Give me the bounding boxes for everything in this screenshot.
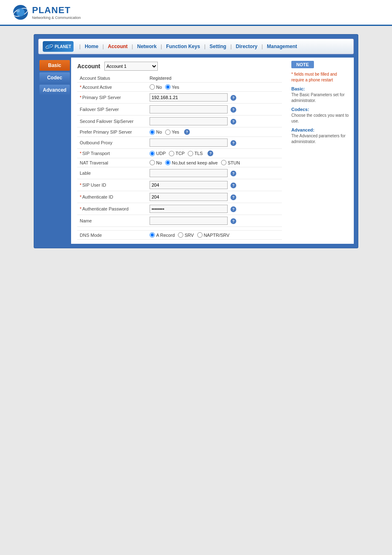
row-spacer [77,227,282,231]
radio-nat-no-keepalive[interactable] [165,160,171,165]
section-title: Account Account 1 Account 2 Account 3 Ac… [77,62,282,71]
nav-home[interactable]: Home [81,44,101,49]
row-name: Name ? [77,215,282,227]
nav-management[interactable]: Management [264,44,300,49]
label-failover-sip-server: Failover SIP Server [77,104,147,116]
svg-point-3 [16,9,20,12]
label-authenticate-password: *Authenticate Password [77,203,147,215]
help-authenticate-password[interactable]: ? [231,206,236,212]
radio-tcp[interactable] [169,151,174,156]
nav-setting[interactable]: Setting [206,44,230,49]
sidebar-item-codec[interactable]: Codec [39,72,70,83]
value-failover-sip-server: ? [147,104,282,116]
note-section-codecs: Codecs: Choose the codecs you want to us… [291,107,350,124]
input-sip-user-id[interactable] [150,181,228,189]
sidebar-item-basic[interactable]: Basic [39,60,70,71]
label-prefer-primary-sip-server: Prefer Primary SIP Server [77,127,147,137]
nav-planet-icon [45,42,53,51]
note-basic-text: The Basic Parameters set for administrat… [291,92,350,104]
value-outbound-proxy: ? [147,137,282,149]
value-sip-user-id: ? [147,179,282,191]
top-logo: PLANET Networking & Communication [12,4,380,21]
note-codecs-text: Choose the codecs you want to use. [291,113,350,124]
label-dns-mode: DNS Mode [77,231,147,240]
radio-tls[interactable] [188,151,193,156]
input-authenticate-id[interactable] [150,193,228,201]
label-nat-traversal: NAT Traversal [77,158,147,167]
svg-point-6 [47,44,51,49]
form-table: Account Status Registered *Account Activ… [77,74,282,240]
radio-yes[interactable] [165,84,171,90]
nav-network[interactable]: Network [134,44,160,49]
label-lable: Lable [77,167,147,179]
help-prefer-primary[interactable]: ? [184,129,190,135]
row-dns-mode: DNS Mode A Record SRV NAPTR/SRV [77,231,282,240]
content-area: Basic Codec Advanced Account Account 1 A… [38,58,354,244]
radio-account-active: No Yes [150,84,279,90]
radio-prefer-no[interactable] [150,130,155,135]
value-prefer-primary-sip-server: No Yes ? [147,127,282,137]
note-required-text: * fields must be filled and require a ph… [291,72,350,83]
value-name: ? [147,215,282,227]
row-prefer-primary-sip-server: Prefer Primary SIP Server No Yes ? [77,127,282,137]
note-basic-title: Basic: [291,86,350,91]
radio-prefer-primary: No Yes ? [150,129,279,135]
planet-logo-icon [12,4,29,21]
help-sip-user-id[interactable]: ? [231,183,236,188]
sidebar-item-advanced[interactable]: Advanced [39,85,70,95]
nav-brand: PLANET [55,44,71,49]
input-name[interactable] [150,217,228,225]
help-name[interactable]: ? [231,218,236,224]
input-lable[interactable] [150,169,228,177]
help-primary-sip-server[interactable]: ? [231,95,236,101]
brand-tagline: Networking & Communication [32,16,81,20]
radio-nat-stun[interactable] [221,160,226,165]
label-authenticate-id: *Authenticate ID [77,191,147,203]
note-panel: NOTE * fields must be filled and require… [288,58,354,244]
row-authenticate-password: *Authenticate Password ? [77,203,282,215]
label-sip-user-id: *SIP User ID [77,179,147,191]
radio-naptr-srv[interactable] [197,232,203,238]
note-advanced-title: Advanced: [291,127,350,132]
nav-function-keys[interactable]: Function Keys [163,44,203,49]
help-lable[interactable]: ? [231,171,236,176]
input-second-failover-sip-server[interactable] [150,117,228,125]
main-container: PLANET | Home | Account | Network | Func… [34,34,358,248]
sidebar: Basic Codec Advanced [38,58,71,244]
row-failover-sip-server: Failover SIP Server ? [77,104,282,116]
account-select[interactable]: Account 1 Account 2 Account 3 Account 4 [104,62,158,71]
nav-directory[interactable]: Directory [233,44,261,49]
radio-no[interactable] [150,84,155,90]
input-outbound-proxy[interactable] [150,139,228,147]
note-advanced-text: The Advanced parameters for administrato… [291,133,350,145]
label-sip-transport: *SIP Transport [77,149,147,158]
radio-a-record[interactable] [150,232,155,238]
nav-bar: PLANET | Home | Account | Network | Func… [38,39,354,54]
brand-name: PLANET [32,5,81,16]
value-primary-sip-server: ? [147,92,282,104]
label-second-failover-sip-server: Second Failover SipServer [77,116,147,127]
nav-logo: PLANET [43,41,74,52]
value-lable: ? [147,167,282,179]
note-section-basic: Basic: The Basic Parameters set for admi… [291,86,350,104]
value-authenticate-password: ? [147,203,282,215]
help-authenticate-id[interactable]: ? [231,194,236,200]
help-outbound-proxy[interactable]: ? [231,140,236,146]
help-failover-sip-server[interactable]: ? [231,107,236,113]
note-codecs-title: Codecs: [291,107,350,112]
row-nat-traversal: NAT Traversal No No,but send keep alive … [77,158,282,167]
input-failover-sip-server[interactable] [150,105,228,113]
value-account-status: Registered [147,74,282,83]
radio-srv[interactable] [178,232,183,238]
radio-prefer-yes[interactable] [165,130,171,135]
row-primary-sip-server: *Primary SIP Server ? [77,92,282,104]
nav-account[interactable]: Account [105,44,131,49]
radio-nat-no[interactable] [150,160,155,165]
help-sip-transport[interactable]: ? [208,150,213,156]
label-account-status: Account Status [77,74,147,83]
radio-udp[interactable] [150,151,155,156]
row-second-failover-sip-server: Second Failover SipServer ? [77,116,282,127]
input-primary-sip-server[interactable] [150,93,228,102]
input-authenticate-password[interactable] [150,205,228,213]
help-second-failover-sip-server[interactable]: ? [231,119,236,125]
